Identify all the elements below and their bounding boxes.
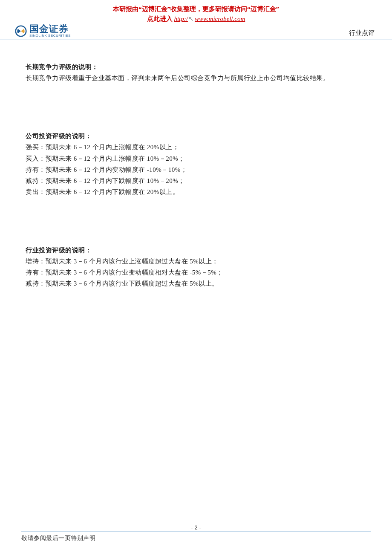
section-title: 公司投资评级的说明： bbox=[26, 130, 366, 142]
page-header: 国金证券 SINOLINK SECURITIES 行业点评 bbox=[0, 23, 392, 40]
cursor-icon: ↖ bbox=[188, 14, 195, 24]
section-company-rating: 公司投资评级的说明： 强买：预期未来 6－12 个月内上涨幅度在 20%以上； … bbox=[26, 130, 366, 198]
source-banner: 本研报由“迈博汇金”收集整理，更多研报请访问“迈博汇金” 点此进入 http:/… bbox=[0, 0, 392, 23]
doc-category: 行业点评 bbox=[349, 29, 377, 40]
banner-line1: 本研报由“迈博汇金”收集整理，更多研报请访问“迈博汇金” bbox=[0, 4, 392, 14]
section-title: 行业投资评级的说明： bbox=[26, 245, 366, 256]
rating-item: 增持：预期未来 3－6 个月内该行业上涨幅度超过大盘在 5%以上； bbox=[26, 256, 366, 267]
rating-item: 持有：预期未来 6－12 个月内变动幅度在 -10%－10%； bbox=[26, 164, 366, 175]
rating-item: 减持：预期未来 6－12 个月内下跌幅度在 10%－20%； bbox=[26, 175, 366, 186]
logo-text-en: SINOLINK SECURITIES bbox=[29, 34, 71, 38]
section-industry-rating: 行业投资评级的说明： 增持：预期未来 3－6 个月内该行业上涨幅度超过大盘在 5… bbox=[26, 245, 366, 289]
content-body: 长期竞争力评级的说明： 长期竞争力评级着重于企业基本面，评判未来两年后公司综合竞… bbox=[0, 40, 392, 289]
section-longterm: 长期竞争力评级的说明： 长期竞争力评级着重于企业基本面，评判未来两年后公司综合竞… bbox=[26, 61, 366, 84]
company-logo: 国金证券 SINOLINK SECURITIES bbox=[15, 24, 71, 40]
sinolink-logo-icon bbox=[15, 25, 27, 37]
rating-item: 持有：预期未来 3－6 个月内该行业变动幅度相对大盘在 -5%－5%； bbox=[26, 267, 366, 278]
page-number: - 2 - bbox=[21, 524, 371, 532]
rating-item: 卖出：预期未来 6－12 个月内下跌幅度在 20%以上。 bbox=[26, 186, 366, 197]
section-title: 长期竞争力评级的说明： bbox=[26, 61, 366, 72]
logo-text-cn: 国金证券 bbox=[29, 24, 71, 34]
banner-line2: 点此进入 http:/↖www.microbell.com bbox=[0, 14, 392, 24]
section-body: 长期竞争力评级着重于企业基本面，评判未来两年后公司综合竞争力与所属行业上市公司均… bbox=[26, 72, 366, 84]
rating-item: 买入：预期未来 6－12 个月内上涨幅度在 10%－20%； bbox=[26, 153, 366, 164]
footer-disclaimer: 敬请参阅最后一页特别声明 bbox=[21, 532, 371, 542]
page-footer: - 2 - 敬请参阅最后一页特别声明 bbox=[0, 524, 392, 542]
rating-item: 强买：预期未来 6－12 个月内上涨幅度在 20%以上； bbox=[26, 142, 366, 153]
rating-item: 减持：预期未来 3－6 个月内该行业下跌幅度超过大盘在 5%以上。 bbox=[26, 278, 366, 289]
banner-link[interactable]: http:/↖www.microbell.com bbox=[174, 15, 245, 22]
